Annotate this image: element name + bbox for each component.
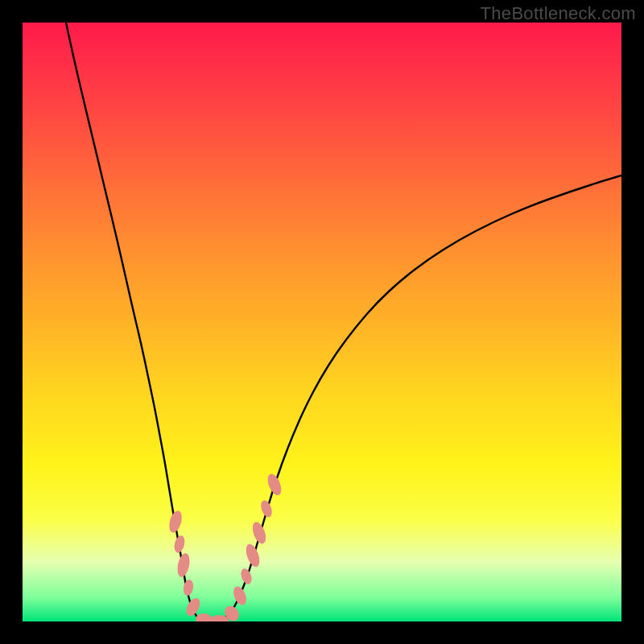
data-bead	[196, 613, 212, 621]
data-bead	[243, 543, 262, 569]
plot-area	[23, 23, 621, 621]
data-bead	[259, 499, 275, 519]
data-bead	[167, 510, 184, 535]
data-bead	[182, 579, 194, 597]
data-bead	[231, 584, 249, 606]
data-bead	[173, 535, 187, 554]
watermark-text: TheBottleneck.com	[481, 3, 636, 24]
data-bead	[239, 568, 254, 586]
data-bead	[265, 472, 283, 497]
data-bead	[250, 520, 269, 545]
bottleneck-curve	[66, 23, 621, 621]
chart-frame: TheBottleneck.com	[0, 0, 644, 644]
curve-overlay	[23, 23, 621, 621]
data-beads-group	[167, 472, 283, 621]
data-bead	[175, 552, 192, 578]
